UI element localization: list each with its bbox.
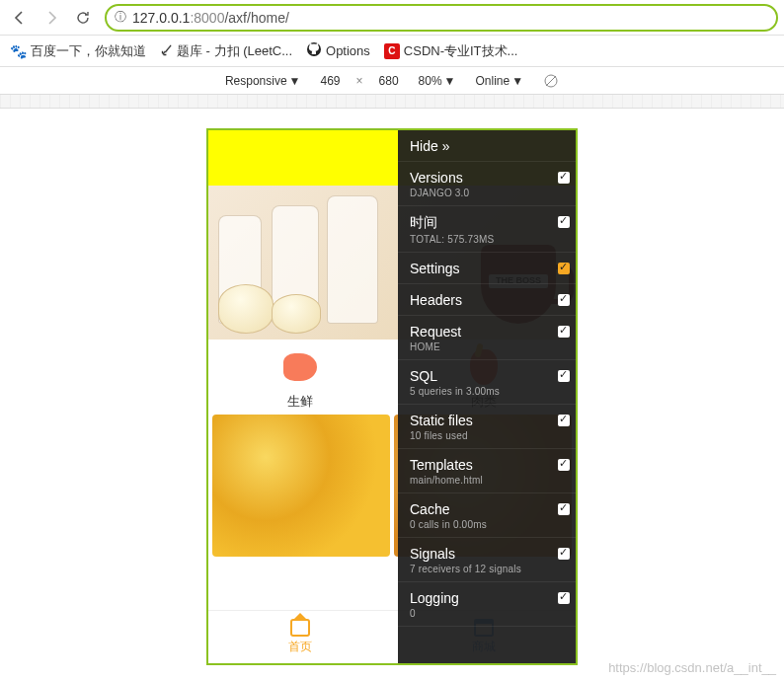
paw-icon: 🐾 <box>10 43 27 59</box>
bookmark-label: CSDN-专业IT技术... <box>404 42 518 60</box>
watermark-text: https://blog.csdn.net/a__int__ <box>608 660 776 675</box>
shrimp-icon <box>280 347 320 387</box>
category-fresh[interactable]: 生鲜 <box>208 347 392 411</box>
forward-button[interactable] <box>38 4 65 32</box>
debug-signals[interactable]: Signals7 receivers of 12 signals <box>398 538 578 582</box>
devtools-device-bar: Responsive ▼ 469 × 680 80% ▼ Online ▼ <box>0 67 784 95</box>
django-debug-toolbar: Hide » VersionsDjango 3.0 时间Total: 575.7… <box>398 130 578 665</box>
checkbox-icon[interactable] <box>558 326 570 338</box>
device-height-input[interactable]: 680 <box>379 74 399 88</box>
ruler <box>0 95 784 109</box>
bookmarks-bar: 🐾百度一下，你就知道 ⸔题库 - 力扣 (LeetC... Options CC… <box>0 36 784 67</box>
bookmark-label: 题库 - 力扣 (LeetC... <box>177 42 292 60</box>
checkbox-icon[interactable] <box>558 370 570 382</box>
svg-line-2 <box>546 76 556 86</box>
back-button[interactable] <box>6 4 34 32</box>
bookmark-label: Options <box>326 43 370 58</box>
debug-hide[interactable]: Hide » <box>398 130 578 162</box>
nav-label: 首页 <box>288 639 312 655</box>
debug-headers[interactable]: Headers <box>398 284 578 316</box>
browser-toolbar: ⓘ 127.0.0.1:8000/axf/home/ <box>0 0 784 36</box>
home-icon <box>290 619 310 637</box>
debug-versions[interactable]: VersionsDjango 3.0 <box>398 162 578 206</box>
product-tile[interactable] <box>212 415 390 557</box>
bookmark-label: 百度一下，你就知道 <box>31 42 146 60</box>
checkbox-icon[interactable] <box>558 216 570 228</box>
bookmark-baidu[interactable]: 🐾百度一下，你就知道 <box>10 42 146 60</box>
network-select[interactable]: Online ▼ <box>476 74 524 88</box>
bookmark-csdn[interactable]: CCSDN-专业IT技术... <box>384 42 518 60</box>
zoom-select[interactable]: 80% ▼ <box>419 74 456 88</box>
bookmark-options[interactable]: Options <box>306 41 370 60</box>
device-width-input[interactable]: 469 <box>321 74 341 88</box>
nav-home[interactable]: 首页 <box>208 611 392 663</box>
address-bar[interactable]: ⓘ 127.0.0.1:8000/axf/home/ <box>105 4 778 32</box>
debug-static[interactable]: Static files10 files used <box>398 405 578 449</box>
debug-settings[interactable]: Settings <box>398 253 578 284</box>
debug-logging[interactable]: Logging0 <box>398 582 578 627</box>
checkbox-icon[interactable] <box>558 459 570 471</box>
jar-image <box>272 294 321 334</box>
checkbox-icon[interactable] <box>558 263 570 274</box>
checkbox-icon[interactable] <box>558 294 570 306</box>
debug-sql[interactable]: SQL5 queries in 3.00ms <box>398 360 578 405</box>
checkbox-icon[interactable] <box>558 172 570 184</box>
url-text: 127.0.0.1:8000/axf/home/ <box>132 10 289 26</box>
github-icon <box>306 41 322 60</box>
debug-time[interactable]: 时间Total: 575.73ms <box>398 206 578 253</box>
rotate-button[interactable] <box>543 73 559 89</box>
debug-request[interactable]: Requesthome <box>398 316 578 360</box>
checkbox-icon[interactable] <box>558 415 570 426</box>
jar-image <box>218 284 274 334</box>
checkbox-icon[interactable] <box>558 548 570 560</box>
site-info-icon[interactable]: ⓘ <box>115 9 126 26</box>
checkbox-icon[interactable] <box>558 592 570 604</box>
bottle-image <box>327 195 378 324</box>
device-viewport-wrap: ‖ THE BOSS 生鲜 肉类 <box>0 109 784 665</box>
checkbox-icon[interactable] <box>558 503 570 515</box>
device-frame: ‖ THE BOSS 生鲜 肉类 <box>206 128 578 665</box>
dimension-separator: × <box>356 74 363 88</box>
bookmark-leetcode[interactable]: ⸔题库 - 力扣 (LeetC... <box>160 42 292 60</box>
debug-templates[interactable]: Templatesmain/home.html <box>398 449 578 493</box>
category-label: 生鲜 <box>287 393 313 411</box>
device-mode-select[interactable]: Responsive ▼ <box>225 74 301 88</box>
leetcode-icon: ⸔ <box>160 43 173 58</box>
reload-button[interactable] <box>69 4 97 32</box>
debug-cache[interactable]: Cache0 calls in 0.00ms <box>398 493 578 538</box>
csdn-icon: C <box>384 43 400 59</box>
